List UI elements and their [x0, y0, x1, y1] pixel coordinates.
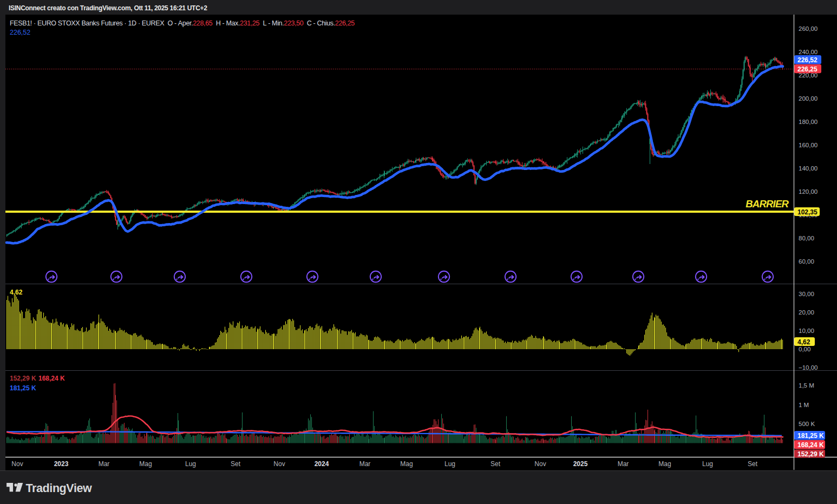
- svg-text:FESB1! · EURO STOXX Banks Futu: FESB1! · EURO STOXX Banks Futures · 1D ·…: [10, 19, 355, 27]
- svg-text:Mar: Mar: [359, 460, 371, 468]
- svg-text:Mar: Mar: [99, 460, 110, 468]
- svg-text:2023: 2023: [54, 460, 69, 468]
- svg-text:Lug: Lug: [185, 460, 196, 468]
- svg-text:4,62: 4,62: [10, 289, 23, 296]
- svg-text:226,52: 226,52: [10, 29, 30, 36]
- svg-text:226,25: 226,25: [797, 66, 818, 73]
- svg-text:Mar: Mar: [618, 460, 629, 468]
- svg-text:120,00: 120,00: [799, 188, 818, 195]
- svg-text:160,00: 160,00: [799, 142, 818, 148]
- svg-text:Set: Set: [748, 460, 758, 468]
- svg-text:1 M: 1 M: [799, 402, 809, 408]
- svg-text:Mag: Mag: [400, 460, 413, 468]
- svg-text:152,29 K: 152,29 K: [10, 375, 36, 382]
- svg-text:Set: Set: [491, 460, 501, 468]
- svg-text:TradingView: TradingView: [26, 482, 93, 495]
- svg-text:ISINConnect creato con Trading: ISINConnect creato con TradingView.com, …: [9, 4, 207, 12]
- svg-text:BARRIER: BARRIER: [746, 198, 789, 210]
- svg-text:1,5 M: 1,5 M: [799, 382, 814, 389]
- svg-text:181,25 K: 181,25 K: [10, 384, 36, 392]
- svg-text:80,00: 80,00: [799, 235, 814, 241]
- svg-text:500 K: 500 K: [799, 421, 815, 427]
- svg-text:30,00: 30,00: [799, 291, 814, 297]
- svg-text:240,00: 240,00: [799, 49, 818, 55]
- svg-text:Mag: Mag: [139, 460, 152, 468]
- svg-text:102,35: 102,35: [797, 208, 818, 216]
- svg-text:Set: Set: [231, 460, 241, 468]
- svg-text:20,00: 20,00: [799, 309, 814, 316]
- svg-text:2024: 2024: [315, 460, 329, 468]
- svg-text:Lug: Lug: [444, 460, 455, 468]
- svg-text:Nov: Nov: [534, 460, 546, 468]
- svg-text:168,24 K: 168,24 K: [38, 375, 65, 382]
- svg-text:Lug: Lug: [702, 460, 713, 468]
- svg-text:181,25 K: 181,25 K: [797, 432, 824, 440]
- svg-text:260,00: 260,00: [799, 25, 818, 32]
- svg-text:10,00: 10,00: [799, 328, 814, 334]
- svg-text:140,00: 140,00: [799, 165, 818, 172]
- svg-text:0,00: 0,00: [799, 346, 810, 352]
- svg-text:4,62: 4,62: [797, 338, 810, 346]
- svg-text:168,24 K: 168,24 K: [797, 441, 824, 449]
- svg-text:−10,00: −10,00: [799, 364, 818, 371]
- svg-text:200,00: 200,00: [799, 95, 818, 102]
- svg-text:152,29 K: 152,29 K: [797, 450, 824, 458]
- svg-text:Nov: Nov: [273, 460, 285, 468]
- svg-text:2025: 2025: [573, 460, 588, 468]
- svg-text:Nov: Nov: [11, 460, 23, 468]
- svg-text:226,52: 226,52: [797, 56, 818, 64]
- svg-text:180,00: 180,00: [799, 119, 818, 125]
- svg-text:60,00: 60,00: [799, 258, 814, 265]
- svg-text:Mag: Mag: [658, 460, 671, 468]
